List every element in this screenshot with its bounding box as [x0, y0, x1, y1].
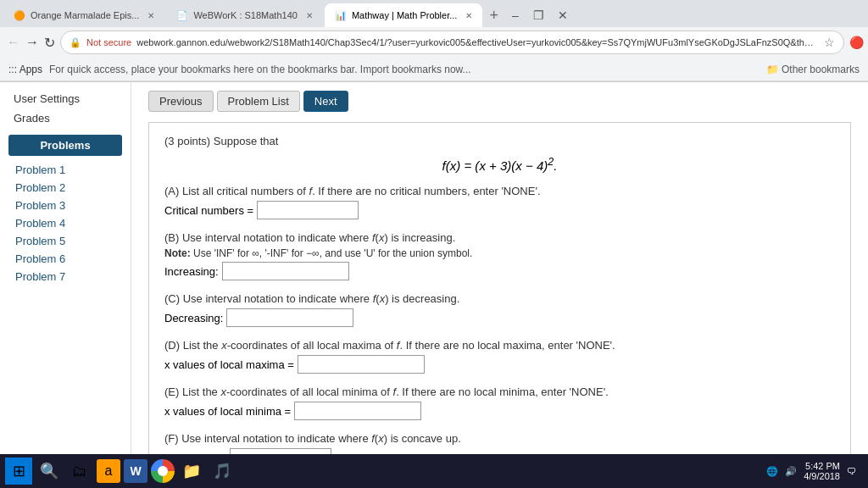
taskbar-notifications-icon[interactable]: 🗨 — [847, 466, 856, 476]
tab-icon: 📊 — [335, 10, 347, 21]
taskbar-network-icon[interactable]: 🌐 — [766, 466, 778, 477]
tab-close-icon[interactable]: ✕ — [147, 11, 154, 20]
taskbar-volume-icon[interactable]: 🔊 — [785, 466, 797, 477]
problem-points: (3 points) Suppose that — [164, 135, 835, 147]
part-c-input-row: Decreasing: — [164, 308, 835, 327]
taskbar-task-view[interactable]: 🗂 — [66, 458, 93, 485]
taskbar-system-tray: 🌐 🔊 5:42 PM 4/9/2018 🗨 — [760, 461, 863, 481]
restore-button[interactable]: ❐ — [529, 5, 549, 25]
part-c-label: Decreasing: — [164, 312, 223, 324]
sidebar-problems-section: Problems Problem 1 Problem 2 Problem 3 P… — [8, 135, 122, 286]
part-e-input-row: x values of local minima = — [164, 402, 835, 420]
tab-title: WeBWorK : S18Math140 — [193, 10, 298, 20]
problem-formula: f(x) = (x + 3)(x − 4)2. — [164, 156, 835, 173]
bookmark-star-icon[interactable]: ☆ — [824, 36, 835, 49]
tab-bar: 🟠 Orange Marmalade Epis... ✕ 📄 WeBWorK :… — [0, 0, 868, 27]
main-content: Previous Problem List Next (3 points) Su… — [131, 82, 868, 488]
sidebar-item-problem-4[interactable]: Problem 4 — [8, 214, 122, 232]
sidebar-item-problem-5[interactable]: Problem 5 — [8, 232, 122, 250]
tab-title: Mathway | Math Probler... — [352, 10, 458, 20]
address-bar[interactable]: 🔒 Not secure webwork.gannon.edu/webwork2… — [60, 30, 844, 54]
other-bookmarks[interactable]: 📁 Other bookmarks — [766, 64, 860, 75]
bookmarks-hint: For quick access, place your bookmarks h… — [49, 64, 471, 75]
sidebar-item-problem-1[interactable]: Problem 1 — [8, 161, 122, 179]
sidebar-item-problem-6[interactable]: Problem 6 — [8, 250, 122, 268]
part-d-label: x values of local maxima = — [164, 358, 294, 371]
browser-chrome: 🟠 Orange Marmalade Epis... ✕ 📄 WeBWorK :… — [0, 0, 868, 82]
problem-nav-buttons: Previous Problem List Next — [148, 91, 851, 112]
increasing-input[interactable] — [222, 262, 349, 280]
part-e: (E) List the x-coordinates of all local … — [164, 385, 835, 420]
critical-numbers-input[interactable] — [257, 201, 359, 219]
tab-icon: 🟠 — [14, 10, 25, 21]
tab-title: Orange Marmalade Epis... — [31, 10, 139, 20]
start-button[interactable]: ⊞ — [5, 458, 32, 485]
tab-orange-marmalade[interactable]: 🟠 Orange Marmalade Epis... ✕ — [3, 3, 164, 27]
part-e-title: (E) List the x-coordinates of all local … — [164, 385, 835, 398]
apps-label[interactable]: ::: Apps — [8, 64, 42, 75]
extensions-icon[interactable]: 🔴 — [849, 32, 864, 53]
local-minima-input[interactable] — [294, 402, 421, 420]
tab-close-icon[interactable]: ✕ — [465, 11, 472, 20]
taskbar-word-icon[interactable]: W — [124, 459, 147, 483]
sidebar: User Settings Grades Problems Problem 1 … — [0, 82, 131, 488]
taskbar-chrome-icon[interactable] — [151, 459, 175, 483]
taskbar-time: 5:42 PM — [804, 461, 840, 471]
forward-button[interactable]: → — [25, 30, 39, 54]
part-c-title: (C) Use interval notation to indicate wh… — [164, 292, 835, 305]
taskbar-cortana[interactable]: 🔍 — [36, 458, 63, 485]
previous-button[interactable]: Previous — [148, 91, 214, 112]
sidebar-item-user-settings[interactable]: User Settings — [0, 89, 131, 108]
part-e-label: x values of local minima = — [164, 405, 291, 418]
browser-window-controls: – ❐ ✕ — [505, 5, 573, 25]
back-button[interactable]: ← — [7, 30, 20, 54]
taskbar-file-explorer-icon[interactable]: 📁 — [178, 458, 205, 485]
address-text: webwork.gannon.edu/webwork2/S18Math140/C… — [136, 37, 818, 47]
part-d-input-row: x values of local maxima = — [164, 355, 835, 374]
browser-nav-bar: ← → ↻ 🔒 Not secure webwork.gannon.edu/we… — [0, 27, 868, 58]
part-a-input-row: Critical numbers = — [164, 201, 835, 219]
part-b-note: Note: Use 'INF' for ∞, '-INF' for −∞, an… — [164, 247, 835, 259]
bookmarks-bar: ::: Apps For quick access, place your bo… — [0, 58, 868, 81]
refresh-button[interactable]: ↻ — [44, 30, 55, 54]
part-f-title: (F) Use interval notation to indicate wh… — [164, 432, 835, 445]
minimize-button[interactable]: – — [505, 5, 526, 25]
part-d: (D) List the x-coordinates of all local … — [164, 339, 835, 374]
new-tab-button[interactable]: + — [484, 8, 504, 23]
sidebar-item-problem-7[interactable]: Problem 7 — [8, 268, 122, 286]
close-button[interactable]: ✕ — [553, 5, 573, 25]
lock-icon: 🔒 — [70, 37, 81, 48]
taskbar-media-icon[interactable]: 🎵 — [209, 458, 236, 485]
taskbar-amazon-icon[interactable]: a — [97, 459, 120, 483]
part-a-title: (A) List all critical numbers of f. If t… — [164, 185, 835, 197]
tab-close-icon[interactable]: ✕ — [306, 11, 313, 20]
part-b-label: Increasing: — [164, 265, 219, 278]
tab-webwork[interactable]: 📄 WeBWorK : S18Math140 ✕ — [166, 3, 323, 27]
problem-list-button[interactable]: Problem List — [217, 91, 300, 112]
sidebar-item-grades[interactable]: Grades — [0, 108, 131, 128]
part-b-title: (B) Use interval notation to indicate wh… — [164, 231, 835, 244]
part-d-title: (D) List the x-coordinates of all local … — [164, 339, 835, 352]
taskbar: ⊞ 🔍 🗂 a W 📁 🎵 🌐 🔊 5:42 PM 4/9/2018 🗨 — [0, 454, 868, 488]
taskbar-date: 4/9/2018 — [804, 471, 840, 481]
part-b: (B) Use interval notation to indicate wh… — [164, 231, 835, 280]
tab-icon: 📄 — [176, 10, 188, 21]
decreasing-input[interactable] — [226, 308, 353, 327]
part-b-input-row: Increasing: — [164, 262, 835, 280]
local-maxima-input[interactable] — [298, 355, 425, 374]
not-secure-label: Not secure — [86, 37, 131, 47]
sidebar-item-problem-3[interactable]: Problem 3 — [8, 197, 122, 214]
app-layout: User Settings Grades Problems Problem 1 … — [0, 82, 868, 488]
part-a-label: Critical numbers = — [164, 204, 253, 217]
tab-mathway[interactable]: 📊 Mathway | Math Probler... ✕ — [325, 3, 483, 27]
sidebar-item-problem-2[interactable]: Problem 2 — [8, 179, 122, 197]
part-c: (C) Use interval notation to indicate wh… — [164, 292, 835, 327]
sidebar-section-title: Problems — [8, 135, 122, 156]
next-button[interactable]: Next — [303, 91, 348, 112]
problem-box: (3 points) Suppose that f(x) = (x + 3)(x… — [148, 122, 851, 488]
part-a: (A) List all critical numbers of f. If t… — [164, 185, 835, 219]
